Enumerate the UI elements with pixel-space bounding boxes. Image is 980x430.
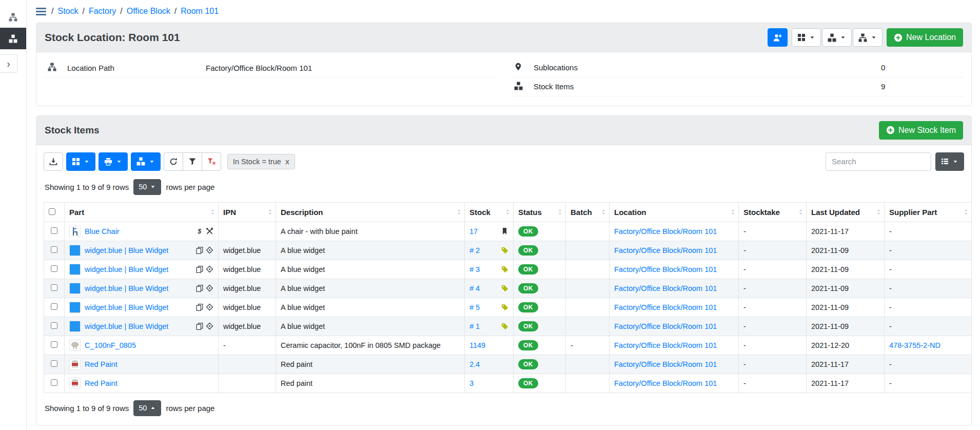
new-location-button[interactable]: New Location xyxy=(887,28,963,47)
row-checkbox[interactable] xyxy=(51,227,57,234)
pagination-bottom: Showing 1 to 9 of 9 rows 50 rows per pag… xyxy=(45,400,964,416)
row-checkbox[interactable] xyxy=(51,246,57,253)
search-input[interactable] xyxy=(826,152,931,171)
menu-icon[interactable] xyxy=(36,8,46,15)
batch-cell xyxy=(566,241,610,260)
copy-icon xyxy=(196,323,203,330)
breadcrumb-link[interactable]: Stock xyxy=(57,7,78,16)
ipn-cell: widget.blue xyxy=(219,260,276,279)
stock-quantity-link[interactable]: # 3 xyxy=(469,265,480,273)
table-row: widget.blue | Blue Widgetwidget.blueA bl… xyxy=(44,298,972,317)
row-checkbox[interactable] xyxy=(51,265,57,272)
part-link[interactable]: C_100nF_0805 xyxy=(85,341,136,349)
supplier-part-link[interactable]: 478-3755-2-ND xyxy=(889,341,940,349)
part-link[interactable]: widget.blue | Blue Widget xyxy=(85,322,168,330)
stock-quantity-link[interactable]: # 4 xyxy=(469,284,480,292)
part-link[interactable]: Blue Chair xyxy=(85,227,120,236)
part-link[interactable]: widget.blue | Blue Widget xyxy=(85,284,168,292)
sidebar-expand-button[interactable]: › xyxy=(0,54,17,73)
stock-quantity-link[interactable]: 1149 xyxy=(469,341,485,349)
breadcrumb-separator: / xyxy=(174,7,177,16)
supplier-part-cell: - xyxy=(885,355,972,374)
stock-actions-dropdown[interactable] xyxy=(822,28,852,47)
refresh-button[interactable] xyxy=(164,152,183,171)
caret-down-icon xyxy=(840,34,846,41)
toolbar-right xyxy=(826,152,964,171)
batch-cell xyxy=(566,222,610,241)
location-link[interactable]: Factory/Office Block/Room 101 xyxy=(614,227,717,236)
diamond-icon xyxy=(206,284,213,292)
part-link[interactable]: widget.blue | Blue Widget xyxy=(85,265,168,273)
tag-flag-icon xyxy=(501,285,508,292)
columns-dropdown-button[interactable] xyxy=(935,152,964,171)
column-header-stock[interactable]: Stock xyxy=(465,202,514,222)
row-checkbox[interactable] xyxy=(51,303,57,310)
page-size-dropdown[interactable]: 50 xyxy=(133,179,161,195)
location-link[interactable]: Factory/Office Block/Room 101 xyxy=(614,360,717,368)
stock-items-panel-body: In Stock = true x Showing 1 to 9 of 9 ro… xyxy=(36,145,971,425)
barcode-actions-dropdown[interactable] xyxy=(792,28,821,47)
last-updated-cell: 2021-11-09 xyxy=(807,317,885,336)
stock-quantity-link[interactable]: # 5 xyxy=(469,303,480,311)
column-header-part[interactable]: Part xyxy=(65,202,219,222)
column-header-location[interactable]: Location xyxy=(610,202,739,222)
stock-quantity-link[interactable]: # 1 xyxy=(469,322,480,330)
clear-filters-button[interactable] xyxy=(202,152,221,171)
column-header-last-updated[interactable]: Last Updated xyxy=(807,202,885,222)
column-header-supplier-part[interactable]: Supplier Part xyxy=(885,202,972,222)
new-stock-item-button[interactable]: New Stock Item xyxy=(879,121,963,140)
row-checkbox-cell xyxy=(44,355,65,374)
part-link[interactable]: widget.blue | Blue Widget xyxy=(85,246,168,255)
sidebar-item-stock[interactable] xyxy=(0,28,26,49)
location-actions-dropdown[interactable] xyxy=(853,28,883,47)
part-link[interactable]: widget.blue | Blue Widget xyxy=(85,303,168,311)
breadcrumb-link[interactable]: Factory xyxy=(89,7,116,16)
part-link[interactable]: Red Paint xyxy=(85,379,117,387)
row-checkbox[interactable] xyxy=(51,284,57,291)
filter-chip-remove-button[interactable]: x xyxy=(285,158,289,166)
diamond-icon xyxy=(206,303,213,311)
column-header-batch[interactable]: Batch xyxy=(566,202,610,222)
filter-chip-in-stock[interactable]: In Stock = true x xyxy=(227,154,295,169)
part-link[interactable]: Red Paint xyxy=(85,360,117,368)
column-header-ipn[interactable]: IPN xyxy=(219,202,276,222)
column-label: Description xyxy=(281,208,323,217)
select-all-checkbox[interactable] xyxy=(49,208,55,215)
location-cell: Factory/Office Block/Room 101 xyxy=(610,222,739,241)
column-header-status[interactable]: Status xyxy=(514,202,566,222)
stock-quantity-link[interactable]: 3 xyxy=(469,379,474,387)
breadcrumb-link[interactable]: Office Block xyxy=(127,7,170,16)
location-link[interactable]: Factory/Office Block/Room 101 xyxy=(614,265,717,273)
barcode-actions-dropdown[interactable] xyxy=(66,152,95,171)
page-size-dropdown[interactable]: 50 xyxy=(133,400,161,416)
row-checkbox[interactable] xyxy=(51,379,57,386)
stock-quantity-link[interactable]: 17 xyxy=(469,227,478,236)
bookmark-flag-icon xyxy=(501,227,508,235)
export-download-button[interactable] xyxy=(44,152,63,171)
part-thumbnail xyxy=(69,378,81,389)
location-link[interactable]: Factory/Office Block/Room 101 xyxy=(614,379,717,387)
boxes-icon xyxy=(9,34,17,43)
location-link[interactable]: Factory/Office Block/Room 101 xyxy=(614,303,717,311)
stock-items-value: 9 xyxy=(877,77,964,96)
row-checkbox[interactable] xyxy=(51,322,57,329)
column-header-description[interactable]: Description xyxy=(276,202,465,222)
column-header-stocktake[interactable]: Stocktake xyxy=(739,202,807,222)
stock-options-dropdown[interactable] xyxy=(131,152,161,171)
filter-button[interactable] xyxy=(183,152,202,171)
supplier-part-value: - xyxy=(889,379,892,387)
stock-quantity-link[interactable]: # 2 xyxy=(469,246,480,255)
location-dropdown-group xyxy=(792,28,883,47)
sidebar-item-parts[interactable] xyxy=(0,6,26,28)
breadcrumb-link[interactable]: Room 101 xyxy=(181,7,219,16)
user-actions-button[interactable] xyxy=(768,28,788,47)
location-link[interactable]: Factory/Office Block/Room 101 xyxy=(614,284,717,292)
row-checkbox[interactable] xyxy=(51,360,57,367)
sort-icon xyxy=(875,209,882,216)
location-link[interactable]: Factory/Office Block/Room 101 xyxy=(614,341,717,349)
print-actions-dropdown[interactable] xyxy=(99,152,128,171)
location-link[interactable]: Factory/Office Block/Room 101 xyxy=(614,246,717,255)
stock-quantity-link[interactable]: 2.4 xyxy=(469,360,480,368)
location-link[interactable]: Factory/Office Block/Room 101 xyxy=(614,322,717,330)
row-checkbox[interactable] xyxy=(51,341,57,348)
